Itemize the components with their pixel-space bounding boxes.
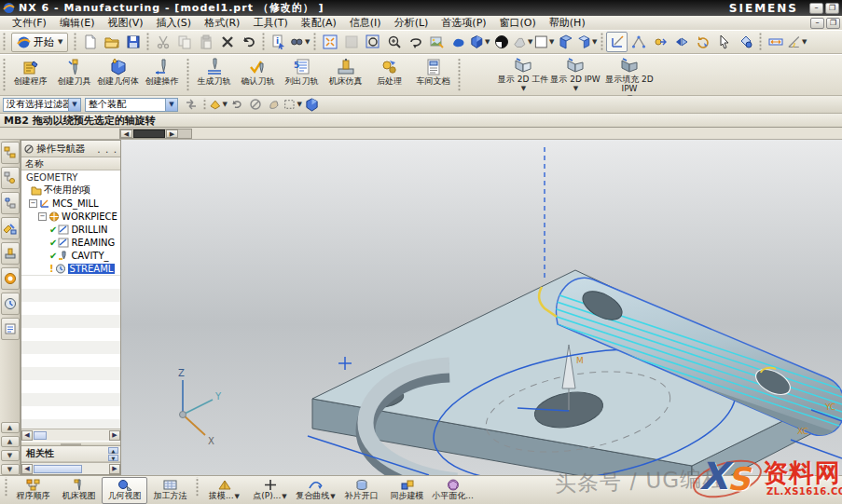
delete-button[interactable] — [216, 32, 238, 52]
composite-curve-button[interactable]: 复合曲线▼ — [293, 477, 338, 504]
tree-row-cavity[interactable]: ✔ CAVITY_ — [21, 249, 120, 262]
menu-analysis[interactable]: 分析(L) — [388, 16, 435, 30]
machine-tool-navigator-button[interactable] — [1, 242, 20, 265]
toolbar-grip[interactable] — [145, 33, 150, 50]
pager-top-button[interactable]: ▲ — [1, 422, 20, 433]
select-cursor-button[interactable] — [713, 32, 735, 52]
save-button[interactable] — [122, 32, 144, 52]
restore-button[interactable]: ❐ — [825, 3, 839, 14]
create-tool-button[interactable]: 创建刀具 — [52, 56, 96, 95]
menu-format[interactable]: 格式(R) — [198, 16, 246, 30]
minimize-button[interactable]: – — [809, 3, 823, 14]
shop-documentation-button[interactable]: 车间文档 — [411, 56, 455, 95]
scroll-down-icon[interactable]: ▼ — [108, 455, 118, 461]
translucency-button[interactable]: ▼ — [512, 32, 533, 52]
part-navigator-button[interactable] — [1, 192, 20, 214]
menu-preferences[interactable]: 首选项(P) — [435, 16, 492, 30]
deselect-all-button[interactable] — [246, 97, 265, 113]
toolbar-grip[interactable] — [202, 98, 207, 111]
dependencies-header[interactable]: 相关性 ▲▼ — [21, 446, 120, 462]
scrollbar-thumb[interactable] — [34, 465, 82, 473]
scroll-left-icon[interactable]: ◀ — [21, 430, 33, 441]
information-button[interactable]: i — [268, 32, 289, 52]
operation-navigator-button[interactable] — [1, 217, 20, 239]
reuse-library-button[interactable] — [1, 267, 20, 290]
show-filled-2d-ipw-button[interactable]: 显示填充 2D IPW▼ — [601, 56, 657, 95]
pin-icon[interactable] — [24, 144, 34, 154]
show-2d-ipw-button[interactable]: 显示 2D IPW▼ — [549, 56, 601, 95]
roles-button[interactable] — [1, 318, 20, 340]
list-toolpath-button[interactable]: 5 列出刀轨 — [280, 56, 324, 95]
toolbar-grip[interactable] — [312, 33, 317, 50]
scroll-up-icon[interactable]: ▲ — [108, 447, 118, 454]
scroll-right-icon[interactable]: ▶ — [109, 430, 120, 441]
menu-assemblies[interactable]: 装配(A) — [295, 16, 343, 30]
toolbar-grip[interactable] — [457, 59, 462, 90]
collapse-icon[interactable]: − — [29, 199, 37, 208]
paste-button[interactable] — [195, 32, 216, 52]
simulate-machine-button[interactable]: 机床仿真 — [324, 56, 367, 95]
orient-view-button[interactable] — [670, 32, 692, 52]
rotate-view-button[interactable] — [405, 32, 426, 52]
pager-down-button[interactable]: ▼ — [1, 450, 20, 461]
machine-tool-view-button[interactable]: 机床视图 — [56, 477, 102, 504]
toolbar-grip[interactable] — [600, 33, 604, 50]
undo-selection-button[interactable] — [228, 97, 246, 113]
fit-view-button[interactable] — [319, 32, 340, 52]
toolbar-grip[interactable] — [2, 59, 7, 90]
toolbar-grip[interactable] — [195, 477, 200, 497]
show-2d-workpiece-button[interactable]: 显示 2D 工件▼ — [497, 56, 549, 95]
toolbar-grip[interactable] — [261, 33, 266, 50]
generate-toolpath-button[interactable]: 生成刀轨 — [192, 56, 236, 95]
assembly-navigator-button[interactable] — [1, 142, 20, 164]
menu-view[interactable]: 视图(V) — [101, 16, 149, 30]
undo-button[interactable] — [238, 32, 259, 52]
select-star-button[interactable]: ▼ — [209, 97, 228, 113]
refresh-button[interactable] — [692, 32, 713, 52]
program-order-view-button[interactable]: 程序顺序 — [10, 477, 56, 504]
measure-distance-button[interactable] — [765, 32, 786, 52]
render-style-button[interactable] — [490, 32, 512, 52]
tree-row-streamline-selected[interactable]: ! STREAML — [21, 262, 120, 275]
scroll-left-icon[interactable]: ◀ — [21, 464, 33, 474]
toolbar-grip[interactable] — [758, 33, 763, 50]
column-header-name[interactable]: 名称 — [21, 157, 120, 170]
toolbar-grip[interactable] — [4, 477, 8, 497]
find-button[interactable]: ▼ — [289, 32, 311, 52]
scroll-right-icon[interactable]: ▶ — [166, 129, 178, 138]
history-button[interactable] — [1, 293, 20, 315]
highlight-button[interactable] — [265, 97, 283, 113]
start-button[interactable]: 开始▼ — [11, 33, 68, 52]
navigator-hscrollbar[interactable]: ◀ ▶ — [21, 429, 120, 441]
horizontal-scrollbar[interactable]: ◀ ▶ — [119, 129, 192, 139]
view-orientation-button[interactable]: ▼ — [469, 32, 490, 52]
clip-section-button[interactable] — [555, 32, 576, 52]
synchronous-modeling-button[interactable]: 同步建模 — [384, 477, 430, 504]
create-geometry-button[interactable]: 创建几何体 — [96, 56, 140, 95]
machining-method-view-button[interactable]: 加工方法 — [147, 477, 193, 504]
menu-edit[interactable]: 编辑(E) — [53, 16, 102, 30]
menu-information[interactable]: 信息(I) — [343, 16, 388, 30]
datum-csys-button[interactable] — [606, 32, 628, 52]
pager-bottom-button[interactable]: ▼ — [1, 464, 20, 475]
zoom-window-button[interactable] — [340, 32, 362, 52]
scroll-left-icon[interactable]: ◀ — [120, 129, 132, 138]
tree-row-geometry[interactable]: GEOMETRY — [21, 170, 120, 184]
open-button[interactable] — [101, 32, 122, 52]
cut-button[interactable] — [152, 32, 173, 52]
scroll-right-icon[interactable]: ▶ — [109, 464, 120, 474]
zoom-in-out-button[interactable] — [383, 32, 405, 52]
facet-body-button[interactable]: 小平面化... — [430, 477, 476, 504]
postprocess-button[interactable]: 后处理 — [367, 56, 411, 95]
tree-row-unused-items[interactable]: 不使用的项 — [21, 184, 120, 197]
menu-insert[interactable]: 插入(S) — [150, 16, 199, 30]
collapse-icon[interactable]: − — [38, 212, 47, 221]
clip-work-section-button[interactable]: ▼ — [576, 32, 598, 52]
tree-row-drilling[interactable]: ✔ DRILLIN — [21, 223, 120, 236]
navigator-menu-button[interactable]: . . . — [97, 143, 117, 155]
tree-row-mcs-mill[interactable]: − MCS_MILL — [21, 197, 120, 210]
selection-filter-combo[interactable]: 没有选择过滤器 ▼ — [3, 98, 81, 112]
geometry-view-button[interactable]: 几何视图 — [102, 477, 147, 504]
graphics-window[interactable]: M — [121, 140, 842, 475]
tree-row-workpiece[interactable]: − WORKPIECE — [21, 210, 120, 223]
